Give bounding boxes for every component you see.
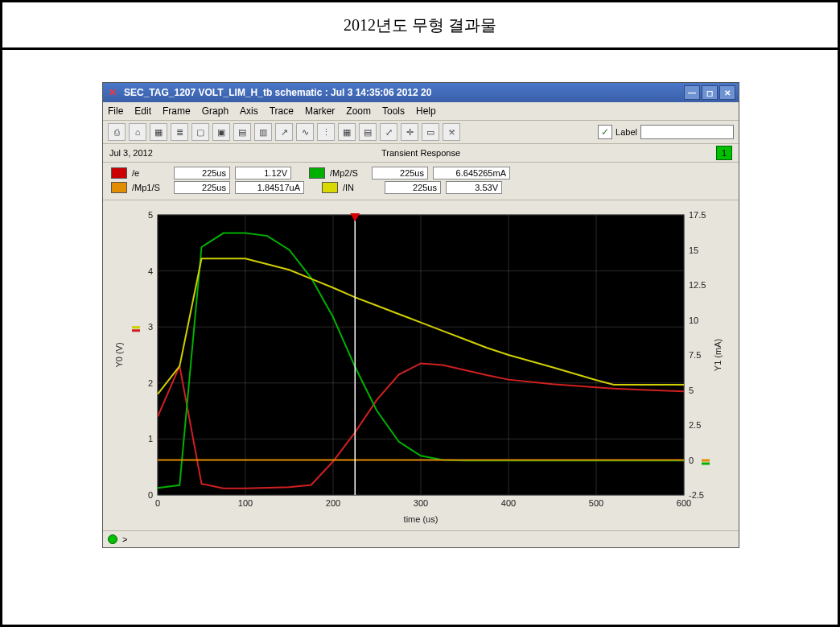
maximize-button[interactable]: ◻ (702, 85, 718, 100)
frame3-icon[interactable]: ▤ (233, 123, 251, 141)
print-icon[interactable]: ⎙ (108, 123, 126, 141)
minimize-button[interactable]: — (684, 85, 700, 100)
menu-marker[interactable]: Marker (305, 105, 335, 117)
trace-val-mp2s: 6.645265mA (433, 167, 510, 179)
cursor-icon[interactable]: ✛ (401, 123, 418, 141)
svg-rect-42 (132, 326, 140, 328)
menu-help[interactable]: Help (416, 105, 436, 117)
trace-val-in: 3.53V (446, 181, 502, 194)
trace-name-in: /IN (343, 180, 380, 195)
trace-time-mp1s: 225us (174, 181, 230, 194)
status-dot-icon (108, 534, 117, 544)
close-button[interactable]: ✕ (719, 85, 735, 100)
page-title: 2012년도 무형 결과물 (344, 14, 496, 36)
svg-text:300: 300 (414, 498, 428, 508)
plot-area[interactable]: 0100200300400500600012345-2.502.557.5101… (109, 205, 732, 527)
svg-text:15: 15 (689, 245, 698, 255)
svg-text:400: 400 (501, 498, 516, 508)
grid2-icon[interactable]: ▦ (338, 123, 356, 141)
menu-zoom[interactable]: Zoom (346, 105, 371, 117)
grid-icon[interactable]: ▦ (150, 123, 167, 141)
menu-graph[interactable]: Graph (202, 105, 229, 117)
svg-text:0: 0 (155, 498, 160, 508)
list-icon[interactable]: ≣ (171, 123, 188, 141)
svg-text:17.5: 17.5 (689, 210, 706, 220)
svg-text:1: 1 (148, 434, 153, 443)
frame2-icon[interactable]: ▣ (212, 123, 230, 141)
trace-val-mp1s: 1.84517uA (235, 181, 304, 194)
swatch-mp1s (111, 182, 127, 193)
trace-val-e: 1.12V (235, 167, 291, 179)
app-window: ✕ SEC_TAG_1207 VOLT_LIM_H_tb schematic :… (102, 82, 739, 548)
svg-text:0: 0 (148, 490, 153, 500)
menu-axis[interactable]: Axis (240, 105, 258, 117)
zoom-icon[interactable]: ⤧ (443, 123, 460, 141)
export-icon[interactable]: ↗ (275, 123, 293, 141)
status-prompt: > (122, 534, 127, 544)
svg-rect-43 (132, 329, 140, 332)
page-body: ✕ SEC_TAG_1207 VOLT_LIM_H_tb schematic :… (2, 50, 838, 627)
frame1-icon[interactable]: ▢ (191, 123, 209, 141)
trace-name-e: /e (132, 166, 169, 180)
svg-text:10: 10 (689, 316, 698, 325)
infobar: Jul 3, 2012 Transient Response 1 (103, 144, 739, 163)
svg-text:5: 5 (689, 386, 694, 395)
svg-text:7.5: 7.5 (689, 350, 701, 360)
statusbar: > (103, 530, 739, 547)
plot-svg[interactable]: 0100200300400500600012345-2.502.557.5101… (109, 205, 732, 527)
svg-text:2.5: 2.5 (689, 420, 701, 430)
label-input[interactable] (640, 125, 734, 139)
svg-text:4: 4 (148, 266, 153, 276)
page-frame: 2012년도 무형 결과물 ✕ SEC_TAG_1207 VOLT_LIM_H_… (0, 0, 840, 627)
trace-name-mp1s: /Mp1/S (132, 180, 169, 195)
svg-text:100: 100 (238, 498, 253, 508)
svg-text:500: 500 (589, 498, 603, 508)
svg-text:200: 200 (326, 498, 340, 508)
svg-text:Y1 (mA): Y1 (mA) (713, 339, 723, 371)
trace-time-in: 225us (385, 181, 441, 194)
page-header: 2012년도 무형 결과물 (2, 2, 838, 50)
menu-frame[interactable]: Frame (163, 105, 191, 117)
trace-name-mp2s: /Mp2/S (330, 166, 367, 180)
svg-rect-44 (702, 460, 710, 462)
menubar: File Edit Frame Graph Axis Trace Marker … (103, 102, 739, 121)
home-icon[interactable]: ⌂ (129, 123, 146, 141)
menu-edit[interactable]: Edit (134, 105, 151, 117)
swatch-in (322, 182, 338, 193)
svg-text:-2.5: -2.5 (689, 490, 704, 500)
app-icon: ✕ (106, 86, 119, 99)
toolbar: ⎙ ⌂ ▦ ≣ ▢ ▣ ▤ ▥ ↗ ∿ ⋮ ▦ ▤ ⤢ ✛ ▭ ⤧ ✓ Labe… (103, 121, 739, 144)
window-title: SEC_TAG_1207 VOLT_LIM_H_tb schematic : J… (124, 87, 684, 98)
svg-rect-45 (702, 463, 710, 465)
label-checkbox[interactable]: ✓ (598, 125, 612, 139)
swatch-e (111, 167, 127, 179)
svg-text:0: 0 (689, 456, 694, 465)
info-title: Transient Response (103, 148, 739, 158)
frame4-icon[interactable]: ▥ (254, 123, 272, 141)
wave-icon[interactable]: ∿ (296, 123, 314, 141)
swatch-mp2s (309, 167, 325, 179)
svg-text:3: 3 (148, 322, 153, 332)
titlebar: ✕ SEC_TAG_1207 VOLT_LIM_H_tb schematic :… (103, 83, 739, 102)
plot-wrap: 0100200300400500600012345-2.502.557.5101… (103, 200, 739, 530)
trace-time-e: 225us (174, 167, 230, 179)
window-buttons: — ◻ ✕ (684, 85, 735, 100)
svg-text:12.5: 12.5 (689, 280, 706, 290)
calc-icon[interactable]: ▤ (359, 123, 377, 141)
menu-tools[interactable]: Tools (382, 105, 405, 117)
menu-trace[interactable]: Trace (270, 105, 294, 117)
label-text: Label (616, 127, 637, 137)
svg-text:time (us): time (us) (404, 514, 439, 524)
select-icon[interactable]: ▭ (422, 123, 439, 141)
trace-time-mp2s: 225us (372, 167, 428, 179)
cursor-readouts: /e 225us 1.12V /Mp2/S 225us 6.645265mA /… (103, 163, 739, 200)
svg-text:Y0 (V): Y0 (V) (114, 342, 124, 367)
dots-icon[interactable]: ⋮ (317, 123, 335, 141)
menu-file[interactable]: File (108, 105, 123, 117)
svg-text:2: 2 (148, 378, 153, 388)
svg-text:5: 5 (148, 210, 153, 220)
fit-icon[interactable]: ⤢ (380, 123, 397, 141)
